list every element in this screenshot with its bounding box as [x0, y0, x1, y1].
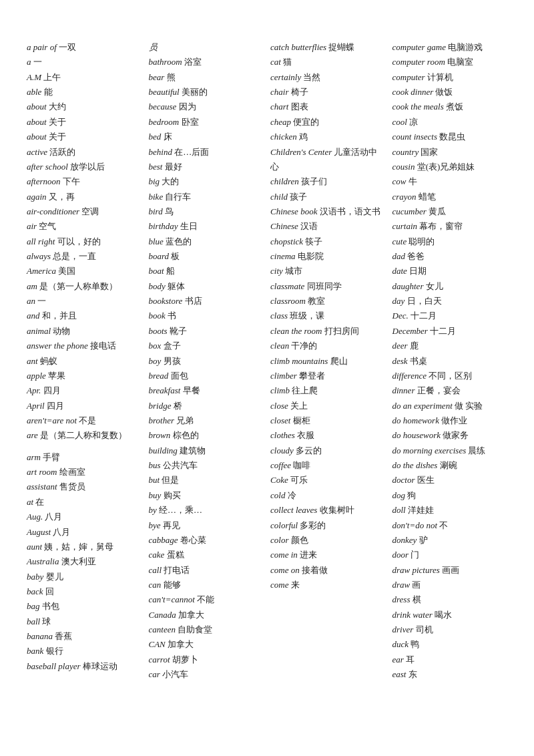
entry-english: bird: [149, 206, 165, 216]
entry-chinese: 大约: [49, 102, 66, 112]
entry-english: class: [270, 311, 290, 321]
entry-english: Apr.: [27, 385, 43, 395]
list-item: Australia 澳大利亚: [27, 554, 142, 569]
entry-english: America: [27, 266, 58, 276]
list-item: cook the meals 煮饭: [392, 100, 508, 114]
list-item: date 日期: [392, 264, 508, 278]
entry-chinese: 十二月: [430, 326, 456, 336]
list-item: Children's Center 儿童活动中心: [270, 145, 386, 175]
list-item: cat 猫: [270, 55, 386, 69]
list-item: Apr. 四月: [27, 383, 142, 398]
entry-chinese: 美丽的: [182, 87, 208, 97]
entry-chinese: 女儿: [426, 281, 443, 291]
list-item: birthday 生日: [149, 219, 264, 234]
list-item: driver 司机: [392, 622, 508, 637]
list-item: come 来: [270, 578, 386, 592]
column-3: catch butterflies 捉蝴蝶cat 猫certainly 当然ch…: [270, 40, 386, 592]
entry-english: computer: [392, 72, 427, 82]
entry-english: aren't=are not: [27, 415, 79, 425]
entry-english: certainly: [270, 72, 303, 82]
entry-english: April: [27, 401, 47, 411]
list-item: bike 自行车: [149, 190, 264, 204]
entry-chinese: 司机: [416, 624, 433, 634]
list-item: crayon 蜡笔: [392, 190, 508, 204]
list-item: boots 靴子: [149, 324, 264, 339]
list-item: cabbage 卷心菜: [149, 533, 264, 548]
entry-chinese: 空调: [81, 206, 99, 216]
entry-chinese: 生日: [180, 221, 198, 231]
entry-chinese: 东: [409, 669, 417, 679]
entry-chinese: 绘画室: [59, 467, 85, 477]
list-item: computer game 电脑游戏: [392, 40, 508, 55]
column-4: computer game 电脑游戏computer room 电脑室compu…: [392, 40, 508, 682]
entry-chinese: 日期: [409, 266, 427, 276]
entry-english: do an experiment: [392, 401, 455, 411]
entry-chinese: 桥: [174, 401, 182, 411]
list-item: afternoon 下午: [27, 174, 142, 189]
entry-chinese: 打扫房间: [324, 326, 359, 336]
list-item: behind 在…后面: [149, 145, 264, 160]
entry-english: box: [149, 341, 164, 351]
entry-english: bridge: [149, 401, 174, 411]
entry-chinese: 椅子: [291, 87, 308, 97]
entry-chinese: 一: [37, 296, 46, 306]
list-item: doll 洋娃娃: [392, 503, 508, 518]
entry-english: cousin: [392, 162, 417, 172]
list-item: am 是（第一人称单数）: [27, 279, 142, 294]
list-item: animal 动物: [27, 324, 142, 339]
entry-english: dress: [392, 594, 413, 604]
entry-chinese: 做 实验: [455, 401, 483, 411]
entry-english: cucumber: [392, 206, 429, 216]
list-item: assistant 售货员: [27, 480, 142, 494]
list-item: about 关于: [27, 115, 142, 130]
entry-english: deer: [392, 341, 410, 351]
list-item: bridge 桥: [149, 399, 264, 413]
list-item: brother 兄弟: [149, 413, 264, 428]
entry-chinese: 当然: [303, 72, 320, 82]
column-1: a pair of 一双a 一A.M 上午able 能about 大约about…: [27, 40, 142, 674]
entry-english: bye: [149, 520, 163, 530]
list-item: chopstick 筷子: [270, 234, 386, 249]
entry-english: close: [270, 401, 290, 411]
entry-english: coffee: [270, 460, 293, 470]
entry-english: duck: [392, 639, 411, 649]
entry-english: bank: [27, 646, 46, 656]
entry-chinese: 冷: [288, 490, 296, 500]
entry-chinese: 凉: [409, 117, 418, 127]
list-item: December 十二月: [392, 324, 508, 339]
list-item: building 建筑物: [149, 443, 264, 458]
list-item: climb mountains 爬山: [270, 354, 386, 369]
entry-english: bread: [149, 371, 171, 381]
entry-english: chair: [270, 87, 291, 97]
entry-chinese: 最好: [165, 162, 182, 172]
entry-chinese: 多云的: [296, 445, 322, 455]
entry-chinese: 不同，区别: [429, 371, 472, 381]
entry-english: chicken: [270, 132, 299, 142]
list-item: bathroom 浴室: [149, 55, 264, 69]
entry-english: aunt: [27, 542, 44, 552]
list-item: bread 面包: [149, 369, 264, 383]
list-item: cloudy 多云的: [270, 443, 386, 458]
entry-english: dog: [392, 490, 408, 500]
list-item: dinner 正餐，宴会: [392, 383, 508, 398]
entry-chinese: 计算机: [427, 72, 453, 82]
entry-english: because: [149, 102, 179, 112]
entry-english: clean: [270, 341, 291, 351]
entry-english: crayon: [392, 192, 419, 202]
entry-chinese: 棕色的: [173, 430, 199, 440]
entry-chinese: 浴室: [184, 57, 202, 67]
list-item: computer room 电脑室: [392, 55, 508, 69]
entry-chinese: 澳大利亚: [61, 556, 96, 566]
entry-chinese: 电脑游戏: [448, 42, 483, 52]
entry-chinese: 再见: [163, 520, 180, 530]
entry-chinese: 汉语书，语文书: [320, 206, 380, 216]
list-item: daughter 女儿: [392, 279, 508, 294]
entry-chinese: 加拿大: [168, 639, 194, 649]
list-item: closet 橱柜: [270, 413, 386, 428]
list-item: curtain 幕布，窗帘: [392, 219, 508, 234]
entry-english: Canada: [149, 610, 178, 620]
entry-english: can: [149, 580, 164, 590]
entry-english: ear: [392, 654, 407, 665]
entry-english: catch butterflies: [270, 42, 328, 52]
entry-english: draw pictures: [392, 565, 443, 575]
